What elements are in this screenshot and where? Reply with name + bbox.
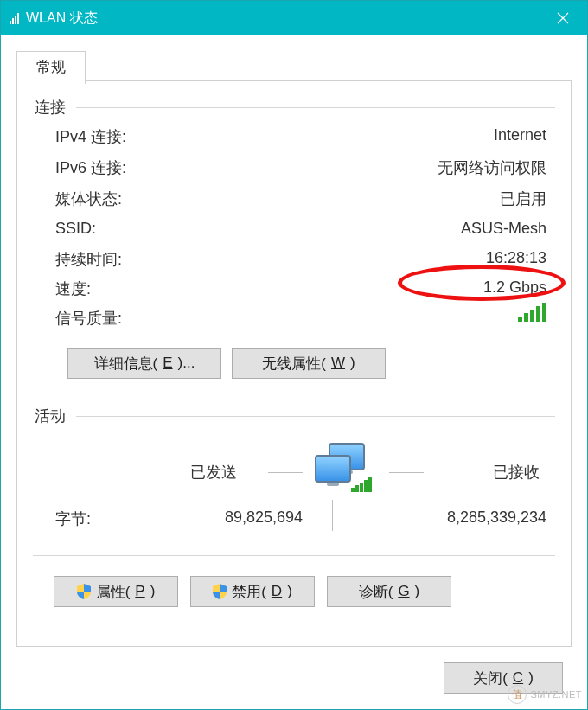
watermark: 值 SMYZ.NET (508, 685, 582, 704)
details-button[interactable]: 详细信息(E)... (67, 348, 221, 379)
received-label: 已接收 (493, 462, 540, 483)
properties-button[interactable]: 属性(P) (54, 576, 178, 607)
shield-icon (77, 584, 91, 599)
wireless-properties-button[interactable]: 无线属性(W) (232, 348, 386, 379)
activity-group-label: 活动 (35, 406, 66, 426)
ipv4-label: IPv4 连接: (55, 126, 126, 147)
speed-label: 速度: (55, 278, 91, 299)
bytes-sent-value: 89,825,694 (164, 509, 303, 527)
connection-group-label: 连接 (35, 97, 66, 118)
row-signal: 信号质量: (55, 308, 546, 329)
window-title: WLAN 状态 (26, 10, 98, 28)
close-icon (557, 12, 569, 24)
tab-panel: 连接 IPv4 连接: Internet IPv6 连接: 无网络访问权限 媒体… (16, 80, 572, 647)
window-close-button[interactable] (539, 1, 587, 35)
bytes-label: 字节: (55, 509, 91, 529)
ssid-value: ASUS-Mesh (461, 220, 546, 238)
divider (33, 555, 555, 556)
diagnose-button[interactable]: 诊断(G) (327, 576, 451, 607)
wlan-status-dialog: 0 们 皮C WLAN 状态 常规 连接 IPv4 连接: Internet I… (0, 0, 588, 710)
tabstrip: 常规 (16, 51, 86, 84)
ipv6-value: 无网络访问权限 (438, 157, 546, 178)
divider (389, 472, 424, 473)
sent-label: 已发送 (190, 462, 237, 483)
tab-general[interactable]: 常规 (16, 51, 86, 84)
ipv6-label: IPv6 连接: (55, 157, 126, 178)
shield-icon (213, 584, 227, 599)
media-value: 已启用 (500, 189, 546, 209)
duration-label: 持续时间: (55, 249, 122, 270)
divider (76, 416, 555, 417)
activity-row: 已发送 已接收 (17, 441, 571, 502)
row-ipv6: IPv6 连接: 无网络访问权限 (55, 157, 546, 178)
titlebar[interactable]: WLAN 状态 (1, 1, 587, 35)
divider (332, 500, 333, 531)
row-media: 媒体状态: 已启用 (55, 189, 546, 209)
signal-label: 信号质量: (55, 308, 122, 329)
network-activity-icon (315, 443, 375, 498)
divider (268, 472, 303, 473)
ipv4-value: Internet (494, 126, 546, 147)
row-ssid: SSID: ASUS-Mesh (55, 220, 546, 238)
ssid-label: SSID: (55, 220, 96, 238)
watermark-text: SMYZ.NET (530, 689, 582, 700)
bytes-received-value: 8,285,339,234 (391, 509, 546, 527)
client-area: 常规 连接 IPv4 连接: Internet IPv6 连接: 无网络访问权限… (1, 35, 587, 709)
divider (76, 107, 555, 108)
signal-bars-icon (518, 303, 546, 322)
annotation-red-ellipse (398, 265, 566, 301)
watermark-badge-icon: 值 (508, 685, 527, 704)
media-label: 媒体状态: (55, 189, 122, 209)
disable-button[interactable]: 禁用(D) (190, 576, 315, 607)
wifi-icon (10, 12, 19, 24)
row-ipv4: IPv4 连接: Internet (55, 126, 546, 147)
